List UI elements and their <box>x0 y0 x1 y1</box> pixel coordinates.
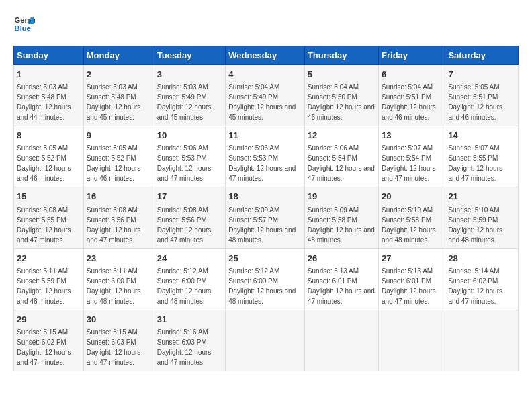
cell-info: Sunrise: 5:06 AMSunset: 5:54 PMDaylight:… <box>308 144 375 182</box>
calendar-row-week-1: 1Sunrise: 5:03 AMSunset: 5:48 PMDaylight… <box>14 65 519 126</box>
header-monday: Monday <box>83 46 154 65</box>
day-number: 21 <box>448 191 515 203</box>
header-wednesday: Wednesday <box>226 46 305 65</box>
day-number: 4 <box>228 68 302 81</box>
day-number: 19 <box>308 191 375 203</box>
day-number: 16 <box>87 191 151 203</box>
calendar-table: SundayMondayTuesdayWednesdayThursdayFrid… <box>13 46 519 371</box>
day-number: 17 <box>157 191 222 203</box>
cell-info: Sunrise: 5:05 AMSunset: 5:51 PMDaylight:… <box>448 83 502 121</box>
day-number: 25 <box>228 253 302 265</box>
day-number: 31 <box>157 314 222 326</box>
day-number: 26 <box>308 253 375 265</box>
calendar-cell: 15Sunrise: 5:08 AMSunset: 5:55 PMDayligh… <box>14 187 84 248</box>
day-number: 8 <box>17 130 81 142</box>
calendar-cell <box>379 310 445 371</box>
day-number: 14 <box>448 130 515 142</box>
svg-text:Blue: Blue <box>15 24 31 32</box>
day-number: 22 <box>17 253 81 265</box>
cell-info: Sunrise: 5:11 AMSunset: 6:00 PMDaylight:… <box>87 267 141 305</box>
header-friday: Friday <box>379 46 445 65</box>
cell-info: Sunrise: 5:07 AMSunset: 5:55 PMDaylight:… <box>448 144 502 182</box>
cell-info: Sunrise: 5:11 AMSunset: 5:59 PMDaylight:… <box>17 267 71 305</box>
cell-info: Sunrise: 5:06 AMSunset: 5:53 PMDaylight:… <box>228 144 296 182</box>
cell-info: Sunrise: 5:04 AMSunset: 5:49 PMDaylight:… <box>228 83 296 121</box>
cell-info: Sunrise: 5:03 AMSunset: 5:48 PMDaylight:… <box>87 83 141 121</box>
day-number: 29 <box>17 314 81 326</box>
day-number: 27 <box>382 253 442 265</box>
calendar-cell: 17Sunrise: 5:08 AMSunset: 5:56 PMDayligh… <box>154 187 225 248</box>
calendar-cell: 5Sunrise: 5:04 AMSunset: 5:50 PMDaylight… <box>304 65 378 126</box>
cell-info: Sunrise: 5:16 AMSunset: 6:03 PMDaylight:… <box>157 328 212 366</box>
cell-info: Sunrise: 5:07 AMSunset: 5:54 PMDaylight:… <box>382 144 436 182</box>
calendar-cell: 7Sunrise: 5:05 AMSunset: 5:51 PMDaylight… <box>445 65 519 126</box>
calendar-header-row: SundayMondayTuesdayWednesdayThursdayFrid… <box>14 46 519 65</box>
calendar-cell: 28Sunrise: 5:14 AMSunset: 6:02 PMDayligh… <box>445 248 519 310</box>
day-number: 3 <box>157 68 222 81</box>
cell-info: Sunrise: 5:03 AMSunset: 5:48 PMDaylight:… <box>17 83 71 121</box>
day-number: 24 <box>157 253 222 265</box>
cell-info: Sunrise: 5:14 AMSunset: 6:02 PMDaylight:… <box>448 267 502 305</box>
calendar-row-week-3: 15Sunrise: 5:08 AMSunset: 5:55 PMDayligh… <box>14 187 519 248</box>
calendar-cell <box>445 310 519 371</box>
calendar-cell: 25Sunrise: 5:12 AMSunset: 6:00 PMDayligh… <box>226 248 305 310</box>
day-number: 10 <box>157 130 222 142</box>
calendar-cell: 8Sunrise: 5:05 AMSunset: 5:52 PMDaylight… <box>14 126 84 187</box>
day-number: 12 <box>308 130 375 142</box>
cell-info: Sunrise: 5:10 AMSunset: 5:58 PMDaylight:… <box>382 206 436 244</box>
day-number: 11 <box>228 130 302 142</box>
header: General Blue <box>13 13 519 35</box>
calendar-cell: 26Sunrise: 5:13 AMSunset: 6:01 PMDayligh… <box>304 248 378 310</box>
calendar-cell: 31Sunrise: 5:16 AMSunset: 6:03 PMDayligh… <box>154 310 225 371</box>
cell-info: Sunrise: 5:08 AMSunset: 5:56 PMDaylight:… <box>87 206 141 244</box>
day-number: 5 <box>308 68 375 81</box>
day-number: 6 <box>382 68 442 81</box>
header-saturday: Saturday <box>445 46 519 65</box>
day-number: 9 <box>87 130 151 142</box>
cell-info: Sunrise: 5:05 AMSunset: 5:52 PMDaylight:… <box>17 144 71 182</box>
cell-info: Sunrise: 5:06 AMSunset: 5:53 PMDaylight:… <box>157 144 212 182</box>
cell-info: Sunrise: 5:12 AMSunset: 6:00 PMDaylight:… <box>228 267 296 305</box>
day-number: 28 <box>448 253 515 265</box>
calendar-cell: 1Sunrise: 5:03 AMSunset: 5:48 PMDaylight… <box>14 65 84 126</box>
calendar-cell: 27Sunrise: 5:13 AMSunset: 6:01 PMDayligh… <box>379 248 445 310</box>
calendar-cell: 13Sunrise: 5:07 AMSunset: 5:54 PMDayligh… <box>379 126 445 187</box>
day-number: 7 <box>448 68 515 81</box>
calendar-cell: 24Sunrise: 5:12 AMSunset: 6:00 PMDayligh… <box>154 248 225 310</box>
calendar-cell: 3Sunrise: 5:03 AMSunset: 5:49 PMDaylight… <box>154 65 225 126</box>
calendar-cell: 12Sunrise: 5:06 AMSunset: 5:54 PMDayligh… <box>304 126 378 187</box>
cell-info: Sunrise: 5:13 AMSunset: 6:01 PMDaylight:… <box>308 267 375 305</box>
calendar-cell <box>226 310 305 371</box>
calendar-cell: 11Sunrise: 5:06 AMSunset: 5:53 PMDayligh… <box>226 126 305 187</box>
cell-info: Sunrise: 5:09 AMSunset: 5:57 PMDaylight:… <box>228 206 296 244</box>
calendar-cell: 19Sunrise: 5:09 AMSunset: 5:58 PMDayligh… <box>304 187 378 248</box>
header-sunday: Sunday <box>14 46 84 65</box>
calendar-cell: 10Sunrise: 5:06 AMSunset: 5:53 PMDayligh… <box>154 126 225 187</box>
svg-marker-2 <box>31 17 34 24</box>
logo-icon: General Blue <box>13 13 35 35</box>
calendar-cell: 2Sunrise: 5:03 AMSunset: 5:48 PMDaylight… <box>83 65 154 126</box>
day-number: 30 <box>87 314 151 326</box>
calendar-cell: 16Sunrise: 5:08 AMSunset: 5:56 PMDayligh… <box>83 187 154 248</box>
header-tuesday: Tuesday <box>154 46 225 65</box>
cell-info: Sunrise: 5:03 AMSunset: 5:49 PMDaylight:… <box>157 83 212 121</box>
calendar-cell: 30Sunrise: 5:15 AMSunset: 6:03 PMDayligh… <box>83 310 154 371</box>
cell-info: Sunrise: 5:05 AMSunset: 5:52 PMDaylight:… <box>87 144 141 182</box>
cell-info: Sunrise: 5:12 AMSunset: 6:00 PMDaylight:… <box>157 267 212 305</box>
calendar-cell: 18Sunrise: 5:09 AMSunset: 5:57 PMDayligh… <box>226 187 305 248</box>
calendar-cell: 6Sunrise: 5:04 AMSunset: 5:51 PMDaylight… <box>379 65 445 126</box>
calendar-cell: 29Sunrise: 5:15 AMSunset: 6:02 PMDayligh… <box>14 310 84 371</box>
cell-info: Sunrise: 5:04 AMSunset: 5:51 PMDaylight:… <box>382 83 436 121</box>
calendar-cell: 20Sunrise: 5:10 AMSunset: 5:58 PMDayligh… <box>379 187 445 248</box>
header-thursday: Thursday <box>304 46 378 65</box>
calendar-cell: 4Sunrise: 5:04 AMSunset: 5:49 PMDaylight… <box>226 65 305 126</box>
calendar-cell: 22Sunrise: 5:11 AMSunset: 5:59 PMDayligh… <box>14 248 84 310</box>
cell-info: Sunrise: 5:08 AMSunset: 5:56 PMDaylight:… <box>157 206 212 244</box>
calendar-cell: 21Sunrise: 5:10 AMSunset: 5:59 PMDayligh… <box>445 187 519 248</box>
day-number: 2 <box>87 68 151 81</box>
day-number: 23 <box>87 253 151 265</box>
calendar-cell: 14Sunrise: 5:07 AMSunset: 5:55 PMDayligh… <box>445 126 519 187</box>
day-number: 15 <box>17 191 81 203</box>
cell-info: Sunrise: 5:08 AMSunset: 5:55 PMDaylight:… <box>17 206 71 244</box>
calendar-cell: 9Sunrise: 5:05 AMSunset: 5:52 PMDaylight… <box>83 126 154 187</box>
